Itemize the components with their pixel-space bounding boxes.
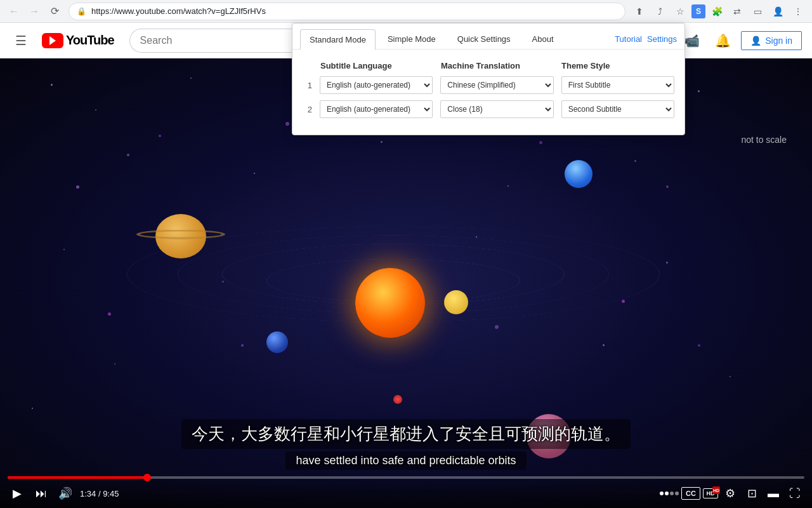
row1-theme-style-select[interactable]: First Subtitle Second Subtitle Default	[561, 76, 674, 94]
tab-standard-mode[interactable]: Standard Mode	[300, 29, 376, 50]
settings-link[interactable]: Settings	[647, 34, 677, 44]
row-2-number: 2	[303, 105, 312, 114]
popup-column-headers: Subtitle Language Machine Translation Th…	[303, 60, 674, 76]
reload-button[interactable]: ⟳	[46, 3, 63, 20]
popup-tabs: Standard Mode Simple Mode Quick Settings…	[292, 23, 684, 50]
youtube-logo-icon	[42, 33, 63, 48]
subtitle-chinese: 今天，大多数行星和小行星都进入了安全且可预测的轨道。	[181, 419, 631, 449]
youtube-logo-text: YouTube	[66, 33, 114, 48]
play-button[interactable]: ▶	[8, 484, 27, 503]
speed-dot	[670, 491, 674, 495]
speed-dot	[675, 491, 679, 495]
row2-machine-translation-select[interactable]: Close (18) Chinese (Simplified) Japanese	[440, 100, 553, 118]
theme-style-header: Theme Style	[561, 60, 674, 71]
sun-planet	[355, 268, 425, 338]
progress-dot	[143, 474, 151, 481]
volume-button[interactable]: 🔊	[56, 484, 75, 503]
earth-planet	[266, 331, 288, 353]
row-1-number: 1	[303, 81, 312, 90]
sync-button[interactable]: ⇄	[728, 3, 746, 20]
forward-button[interactable]: →	[25, 3, 43, 20]
next-button[interactable]: ⏭	[32, 484, 51, 503]
extensions-button[interactable]: 🧩	[708, 3, 726, 20]
back-button[interactable]: ←	[5, 3, 23, 20]
toolbar-icons: ⬆ ⤴ ☆ S 🧩 ⇄ ▭ 👤 ⋮	[631, 3, 807, 20]
notifications-button[interactable]: 🔔	[710, 28, 736, 53]
saturn-ring	[136, 230, 225, 239]
miniplayer-button[interactable]: ⊡	[742, 484, 761, 503]
profile-button[interactable]: 👤	[769, 3, 787, 20]
controls-row: ▶ ⏭ 🔊 1:34 / 9:45 CC HD HD ⚙ ⊡	[8, 484, 804, 503]
row1-subtitle-language-select[interactable]: English (auto-generated) English Chinese…	[320, 76, 433, 94]
sidebar-button[interactable]: ▭	[749, 3, 766, 20]
row1-machine-translation-select[interactable]: Chinese (Simplified) Chinese (Traditiona…	[440, 76, 553, 94]
tutorial-link[interactable]: Tutorial	[615, 34, 642, 44]
youtube-logo[interactable]: YouTube	[42, 33, 114, 48]
header-right: 📹 🔔 👤 Sign in	[679, 28, 802, 53]
subtitle-english: have settled into safe and predictable o…	[285, 451, 526, 470]
settings-button[interactable]: ⚙	[721, 484, 740, 503]
tab-simple-mode[interactable]: Simple Mode	[378, 29, 445, 49]
menu-hamburger-button[interactable]: ☰	[10, 28, 32, 53]
share-button[interactable]: ⤴	[651, 3, 669, 20]
row2-subtitle-language-select[interactable]: English (auto-generated) English Chinese…	[320, 100, 433, 118]
address-bar[interactable]: 🔒 https://www.youtube.com/watch?v=gLZJlf…	[69, 3, 625, 20]
theater-button[interactable]: ▬	[764, 484, 783, 503]
speed-dot	[665, 491, 669, 495]
bookmark-button[interactable]: ☆	[671, 3, 689, 20]
lock-icon: 🔒	[77, 7, 86, 16]
red-asteroid	[393, 395, 402, 404]
time-display: 1:34 / 9:45	[80, 489, 119, 498]
right-controls: CC HD HD ⚙ ⊡ ▬ ⛶	[660, 484, 804, 503]
tab-quick-settings[interactable]: Quick Settings	[448, 29, 520, 49]
menu-button[interactable]: ⋮	[789, 3, 807, 20]
sign-in-button[interactable]: 👤 Sign in	[741, 31, 802, 50]
url-text: https://www.youtube.com/watch?v=gLZJlf5r…	[91, 6, 617, 16]
tab-about[interactable]: About	[523, 29, 563, 49]
progress-bar[interactable]	[8, 476, 804, 479]
speed-dot	[660, 491, 664, 495]
subtitle-language-header: Subtitle Language	[320, 60, 433, 71]
blue-planet	[565, 160, 593, 188]
not-to-scale-text: not to scale	[741, 135, 787, 145]
machine-translation-header: Machine Translation	[441, 60, 554, 71]
fullscreen-button[interactable]: ⛶	[785, 484, 804, 503]
nav-buttons: ← → ⟳	[5, 3, 63, 20]
subtitle-popup: Standard Mode Simple Mode Quick Settings…	[292, 23, 685, 135]
browser-chrome: ← → ⟳ 🔒 https://www.youtube.com/watch?v=…	[0, 0, 812, 23]
subtitle-row-2: 2 English (auto-generated) English Chine…	[303, 100, 674, 118]
cc-button[interactable]: CC	[681, 487, 700, 500]
hd-badge: HD HD	[703, 488, 718, 498]
saturn-planet	[136, 211, 225, 262]
subtitle-overlay: 今天，大多数行星和小行星都进入了安全且可预测的轨道。 have settled …	[41, 419, 771, 470]
popup-tab-links: Tutorial Settings	[615, 34, 677, 44]
video-controls: ▶ ⏭ 🔊 1:34 / 9:45 CC HD HD ⚙ ⊡	[0, 476, 812, 508]
sign-in-icon: 👤	[750, 36, 761, 46]
extension-icon[interactable]: S	[691, 4, 705, 18]
yellow-planet	[444, 290, 468, 314]
popup-content: Subtitle Language Machine Translation Th…	[292, 50, 684, 135]
cast-button[interactable]: ⬆	[631, 3, 648, 20]
row2-theme-style-select[interactable]: Second Subtitle First Subtitle Default	[561, 100, 674, 118]
speed-indicator	[660, 491, 679, 495]
sign-in-label: Sign in	[765, 36, 792, 46]
progress-fill	[8, 476, 143, 479]
subtitle-row-1: 1 English (auto-generated) English Chine…	[303, 76, 674, 94]
